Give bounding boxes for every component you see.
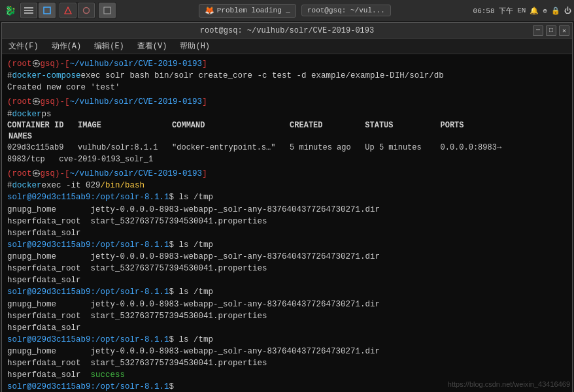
- output-1: Created new core 'test': [7, 82, 567, 93]
- taskbar-group-mid: [59, 2, 95, 19]
- table-names-header: NAMES: [7, 131, 567, 142]
- terminal-output-line: gnupg_home jetty-0.0.0.0-8983-webapp-_so…: [7, 204, 567, 216]
- terminal-output-line: hsperfdata_solr: [7, 227, 567, 239]
- terminal-output-line: solr@029d3c115ab9:/opt/solr-8.1.1$ ls /t…: [7, 239, 567, 251]
- terminal-output-line: hsperfdata_solr: [7, 274, 567, 286]
- prompt-line-2: (root㉿gsq)-[~/vulhub/solr/CVE-2019-0193]: [7, 96, 567, 108]
- terminal-output-line: solr@029d3c115ab9:/opt/solr-8.1.1$: [7, 381, 567, 392]
- taskbar: 🐉 🦊 Problem loading _ root@gsq: ~/vul...…: [0, 0, 574, 21]
- terminal-output-line: gnupg_home jetty-0.0.0.0-8983-webapp-_so…: [7, 251, 567, 263]
- terminal-tab-title: root@gsq: ~/vul...: [307, 7, 385, 14]
- power-icon[interactable]: ⏻: [564, 7, 571, 15]
- lock-icon[interactable]: 🔒: [551, 7, 560, 15]
- cmd-line-1: # docker-compose exec solr bash bin/solr…: [7, 70, 567, 82]
- terminal-output-line: hsperfdata_root start_532763775739453004…: [7, 357, 567, 369]
- taskbar-btn-5[interactable]: [99, 3, 116, 18]
- prompt-line-3: (root㉿gsq)-[~/vulhub/solr/CVE-2019-0193]: [7, 168, 567, 180]
- firefox-favicon: 🦊: [205, 6, 214, 16]
- close-button[interactable]: ✕: [559, 25, 569, 36]
- lang-indicator: EN: [517, 7, 526, 14]
- svg-rect-2: [24, 12, 33, 14]
- notification-icon[interactable]: 🔔: [530, 7, 539, 15]
- taskbar-btn-1[interactable]: [20, 3, 37, 18]
- titlebar-controls: ─ □ ✕: [533, 25, 569, 36]
- terminal-tab[interactable]: root@gsq: ~/vul...: [301, 5, 391, 16]
- taskbar-btn-4[interactable]: [78, 3, 95, 18]
- svg-point-5: [84, 8, 90, 14]
- menubar: 文件(F) 动作(A) 编辑(E) 查看(V) 帮助(H): [2, 39, 572, 54]
- cmd-line-3: # docker exec -it 029 /bin/bash: [7, 180, 567, 191]
- svg-rect-6: [104, 7, 110, 14]
- terminal-output-line: solr@029d3c115ab9:/opt/solr-8.1.1$ ls /t…: [7, 191, 567, 203]
- network-icon[interactable]: ⊕: [543, 7, 547, 15]
- terminal-content[interactable]: (root㉿gsq)-[~/vulhub/solr/CVE-2019-0193]…: [2, 54, 572, 392]
- menu-edit[interactable]: 编辑(E): [90, 39, 128, 53]
- taskbar-btn-2[interactable]: [39, 3, 56, 18]
- terminal-output-line: gnupg_home jetty-0.0.0.0-8983-webapp-_so…: [7, 346, 567, 357]
- svg-rect-1: [24, 10, 33, 11]
- time-display: 06:58 下午: [473, 6, 514, 16]
- terminal-output-line: solr@029d3c115ab9:/opt/solr-8.1.1$ ls /t…: [7, 286, 567, 298]
- table-row-1a: 029d3c115ab9 vulhub/solr:8.1.1 "docker-e…: [7, 142, 567, 154]
- menu-action[interactable]: 动作(A): [48, 39, 86, 53]
- minimize-button[interactable]: ─: [533, 25, 543, 36]
- terminal-output-line: gnupg_home jetty-0.0.0.0-8983-webapp-_so…: [7, 299, 567, 310]
- menu-view[interactable]: 查看(V): [133, 39, 171, 53]
- browser-tab-title: Problem loading _: [217, 7, 290, 14]
- terminal-lines: solr@029d3c115ab9:/opt/solr-8.1.1$ ls /t…: [7, 191, 567, 392]
- terminal-output-line: hsperfdata_root start_532763775739453004…: [7, 310, 567, 322]
- terminal-output-line: hsperfdata_root start_532763775739453004…: [7, 216, 567, 227]
- terminal-output-line: hsperfdata_solr success: [7, 369, 567, 381]
- maximize-button[interactable]: □: [546, 25, 556, 36]
- table-header: CONTAINER ID IMAGE COMMAND CREATED STATU…: [7, 120, 567, 131]
- app-icon[interactable]: 🐉: [3, 3, 17, 18]
- prompt-line-1: (root㉿gsq)-[~/vulhub/solr/CVE-2019-0193]: [7, 58, 567, 70]
- taskbar-group-right: [98, 2, 116, 19]
- svg-rect-0: [24, 7, 33, 8]
- svg-rect-3: [44, 7, 50, 14]
- taskbar-group-left: [20, 2, 56, 19]
- terminal-window: root@gsq: ~/vulhub/solr/CVE-2019-0193 ─ …: [1, 22, 573, 392]
- terminal-output-line: solr@029d3c115ab9:/opt/solr-8.1.1$ ls /t…: [7, 334, 567, 346]
- cmd-line-2: # docker ps: [7, 108, 567, 120]
- svg-marker-4: [65, 7, 71, 14]
- titlebar: root@gsq: ~/vulhub/solr/CVE-2019-0193 ─ …: [2, 23, 572, 39]
- taskbar-right: 06:58 下午 EN 🔔 ⊕ 🔒 ⏻: [473, 6, 571, 16]
- terminal-output-line: hsperfdata_root start_532763775739453004…: [7, 263, 567, 274]
- titlebar-text: root@gsq: ~/vulhub/solr/CVE-2019-0193: [200, 26, 374, 35]
- menu-help[interactable]: 帮助(H): [176, 39, 214, 53]
- taskbar-middle: 🦊 Problem loading _ root@gsq: ~/vul...: [119, 4, 471, 18]
- table-row-1b: 8983/tcp cve-2019-0193_solr_1: [7, 154, 567, 165]
- menu-file[interactable]: 文件(F): [5, 39, 42, 53]
- terminal-output-line: hsperfdata_solr: [7, 322, 567, 334]
- taskbar-btn-3[interactable]: [59, 3, 76, 18]
- browser-tab[interactable]: 🦊 Problem loading _: [199, 4, 296, 18]
